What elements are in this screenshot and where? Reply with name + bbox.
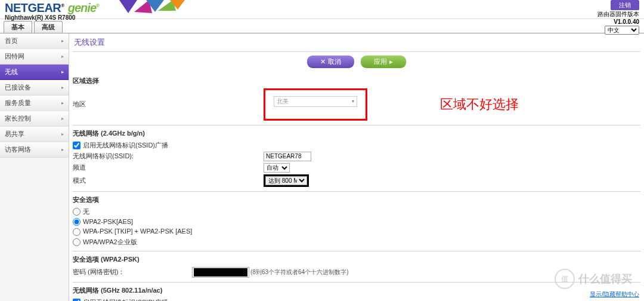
- chevron-right-icon: ▸: [61, 116, 64, 121]
- sidebar-item-guest[interactable]: 访客网络▸: [0, 142, 69, 158]
- sec24-ent-radio[interactable]: [73, 238, 80, 246]
- annotation-label: 区域不好选择: [440, 96, 519, 113]
- help-toggle-link[interactable]: 显示/隐藏帮助中心: [590, 290, 639, 299]
- chevron-right-icon: ▸: [61, 131, 64, 137]
- fw-version: V1.0.0.40: [614, 19, 639, 25]
- password-input[interactable]: [194, 268, 247, 277]
- model-name: Nighthawk(R) X4S R7800: [5, 14, 75, 21]
- sidebar-item-home[interactable]: 首页▸: [0, 33, 69, 49]
- chevron-right-icon: ▸: [61, 100, 64, 106]
- channel-24-select[interactable]: 自动: [264, 163, 290, 173]
- sidebar-item-qos[interactable]: 服务质量▸: [0, 96, 69, 111]
- sidebar-item-attached[interactable]: 已接设备▸: [0, 80, 69, 96]
- ssid-broadcast-5-checkbox[interactable]: [73, 299, 80, 301]
- tab-basic[interactable]: 基本: [4, 21, 32, 33]
- chevron-right-icon: ▸: [61, 85, 64, 90]
- sec24-mixed-radio[interactable]: [73, 228, 80, 236]
- chevron-right-icon: ▸: [61, 147, 64, 152]
- annotation-black-box: 达到 800 Mbps: [264, 174, 309, 187]
- annotation-red-box: 北美▾: [264, 88, 367, 121]
- sidebar-item-share[interactable]: 易共享▸: [0, 127, 69, 142]
- watermark: 值 什么值得买: [555, 269, 632, 289]
- x-icon: ✕: [320, 58, 326, 66]
- sidebar-item-parental[interactable]: 家长控制▸: [0, 111, 69, 127]
- tab-advanced[interactable]: 高级: [34, 21, 63, 33]
- language-select[interactable]: 中文: [605, 26, 639, 35]
- cancel-button[interactable]: ✕取消: [307, 56, 354, 68]
- brand-logo: NETGEAR® genie®: [5, 1, 100, 15]
- band24-header: 无线网络 (2.4GHz b/g/n): [73, 128, 640, 140]
- apply-button[interactable]: 应用▸: [361, 56, 406, 68]
- region-label: 地区: [73, 100, 264, 109]
- sidebar-item-wireless[interactable]: 无线▸: [0, 64, 69, 80]
- page-title: 无线设置: [73, 33, 640, 52]
- chevron-right-icon: ▸: [61, 69, 64, 75]
- sec24-none-radio[interactable]: [73, 208, 80, 216]
- pwsec-header: 安全选项 (WPA2-PSK): [73, 254, 640, 266]
- chevron-down-icon: ▾: [352, 99, 354, 104]
- region-header: 区域选择: [73, 75, 640, 87]
- brand-genie: genie: [68, 1, 96, 14]
- region-select[interactable]: 北美▾: [274, 96, 357, 107]
- security24-header: 安全选项: [73, 194, 640, 206]
- password-label: 密码 (网络密钥)：: [73, 268, 192, 277]
- brand-triangles-decor: [113, 0, 215, 18]
- sidebar: 首页▸ 因特网▸ 无线▸ 已接设备▸ 服务质量▸ 家长控制▸ 易共享▸ 访客网络…: [0, 33, 69, 301]
- password-hint: (8到63个字符或者64个十六进制数字): [250, 268, 348, 277]
- chevron-right-icon: ▸: [61, 38, 64, 44]
- fw-version-label: 路由器固件版本: [597, 11, 639, 17]
- sidebar-item-internet[interactable]: 因特网▸: [0, 49, 69, 64]
- ssid-broadcast-24-checkbox[interactable]: [73, 142, 80, 149]
- logout-button[interactable]: 注销: [611, 0, 639, 10]
- sec24-wpa2-radio[interactable]: [73, 218, 80, 226]
- ssid-24-input[interactable]: [264, 152, 311, 161]
- svg-marker-0: [119, 0, 137, 13]
- mode-24-select[interactable]: 达到 800 Mbps: [265, 176, 307, 185]
- brand-netgear: NETGEAR: [5, 1, 61, 14]
- chevron-right-icon: ▸: [61, 54, 64, 59]
- chevron-right-icon: ▸: [389, 58, 393, 66]
